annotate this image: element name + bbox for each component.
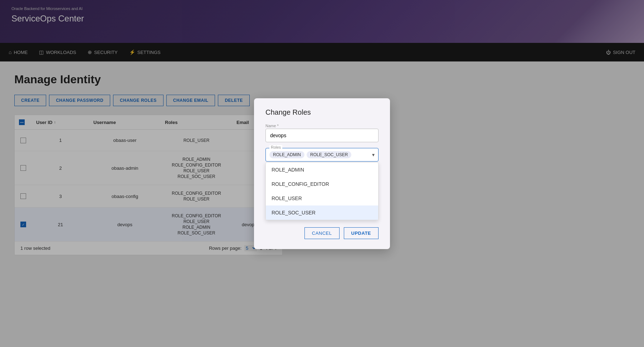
chip-role-soc-user[interactable]: ROLE_SOC_USER	[307, 151, 351, 158]
name-field-label: Name *	[265, 124, 379, 128]
change-roles-dialog: Change Roles Name * Roles ROLE_ADMIN ROL…	[254, 98, 390, 249]
chip-role-admin[interactable]: ROLE_ADMIN	[269, 151, 304, 158]
dropdown-item-role-config-editor[interactable]: ROLE_CONFIG_EDITOR	[266, 177, 378, 191]
modal-overlay: Change Roles Name * Roles ROLE_ADMIN ROL…	[0, 0, 644, 347]
cancel-button[interactable]: CANCEL	[304, 227, 340, 239]
dropdown-item-role-user[interactable]: ROLE_USER	[266, 191, 378, 205]
dropdown-item-role-soc-user[interactable]: ROLE_SOC_USER	[266, 205, 378, 220]
roles-dropdown: ROLE_ADMIN ROLE_CONFIG_EDITOR ROLE_USER …	[265, 162, 379, 220]
roles-field: Roles ROLE_ADMIN ROLE_SOC_USER ▾	[265, 148, 379, 162]
roles-chips: ROLE_ADMIN ROLE_SOC_USER ▾	[269, 151, 375, 158]
dialog-actions: CANCEL UPDATE	[265, 227, 379, 239]
roles-field-label: Roles	[269, 145, 282, 149]
dropdown-item-role-admin[interactable]: ROLE_ADMIN	[266, 163, 378, 177]
dialog-title: Change Roles	[265, 108, 379, 117]
name-input[interactable]	[265, 129, 379, 142]
update-button[interactable]: UPDATE	[344, 227, 379, 239]
roles-dropdown-arrow[interactable]: ▾	[372, 152, 375, 158]
